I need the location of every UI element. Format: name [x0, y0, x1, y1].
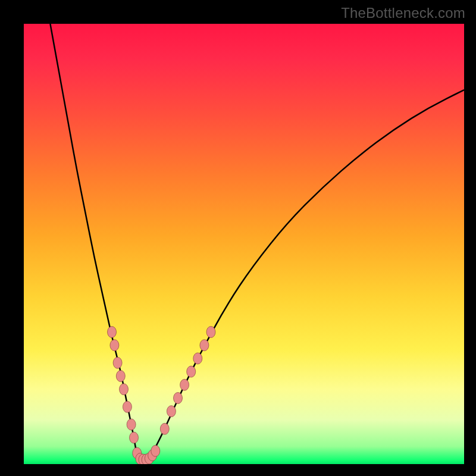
- data-point: [187, 366, 196, 377]
- data-point: [123, 401, 131, 412]
- data-point: [151, 445, 160, 456]
- data-point: [160, 423, 169, 434]
- data-point: [206, 327, 215, 338]
- data-point: [130, 432, 139, 443]
- data-point: [200, 340, 209, 351]
- data-point: [113, 357, 122, 368]
- chart-frame: TheBottleneck.com: [0, 0, 476, 476]
- data-point: [108, 327, 117, 338]
- data-point: [110, 340, 119, 351]
- attribution-text: TheBottleneck.com: [341, 5, 465, 21]
- data-point: [120, 384, 129, 395]
- data-point: [180, 379, 189, 390]
- data-point: [193, 353, 202, 364]
- data-point: [167, 406, 176, 417]
- bottleneck-curve: [24, 24, 464, 464]
- data-point: [127, 419, 136, 430]
- plot-area: [24, 24, 464, 464]
- data-point: [174, 393, 183, 404]
- data-point: [116, 371, 125, 382]
